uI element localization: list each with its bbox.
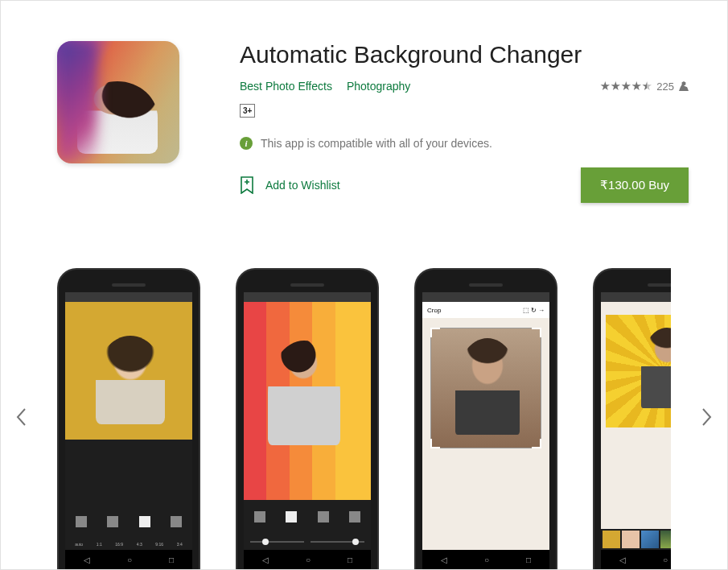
share-icon [171, 516, 182, 527]
crop-frame [430, 328, 541, 448]
screenshots-carousel: auto1:116:94:39:163:4 ◁○□ [1, 268, 727, 569]
screenshot-1[interactable]: auto1:116:94:39:163:4 ◁○□ [57, 268, 200, 569]
wishlist-label: Add to Wishlist [265, 179, 340, 192]
app-header: Automatic Background Changer Best Photo … [1, 1, 727, 203]
info-icon [240, 137, 253, 150]
app-details: Automatic Background Changer Best Photo … [240, 41, 689, 203]
action-row: Add to Wishlist ₹130.00 Buy [240, 167, 689, 203]
crop-icon [318, 511, 329, 522]
bookmark-add-icon [240, 176, 254, 194]
thumb-item [622, 531, 640, 548]
gallery-icon [76, 516, 87, 527]
editor-toolbar [244, 500, 371, 534]
crop-icon [139, 516, 150, 527]
thumb-item [641, 531, 659, 548]
compatibility-text: This app is compatible with all of your … [261, 137, 492, 150]
background-thumbs [601, 529, 671, 550]
share-icon [349, 511, 360, 522]
category-link[interactable]: Photography [347, 80, 410, 93]
screenshot-2[interactable]: ◁○□ [236, 268, 379, 569]
developer-link[interactable]: Best Photo Effects [240, 80, 332, 93]
carousel-next-button[interactable] [693, 399, 721, 438]
rating-count: 225 [656, 81, 674, 93]
ratio-row: auto1:116:94:39:163:4 [65, 539, 192, 550]
person-icon [679, 81, 689, 91]
thumb-item [660, 531, 671, 548]
slider-row [244, 534, 371, 550]
sunburst-preview [606, 315, 671, 428]
person-icon [286, 511, 297, 522]
rating-block[interactable]: 225 [600, 81, 689, 93]
thumb-item [603, 531, 620, 548]
app-icon[interactable] [57, 41, 179, 163]
meta-row: Best Photo Effects Photography 225 [240, 80, 689, 93]
app-title: Automatic Background Changer [240, 41, 689, 68]
compatibility-row: This app is compatible with all of your … [240, 137, 689, 150]
carousel-prev-button[interactable] [7, 399, 35, 438]
wishlist-button[interactable]: Add to Wishlist [240, 176, 340, 194]
meta-links: Best Photo Effects Photography [240, 80, 410, 93]
crop-actions: ⬚ ↻ → [523, 307, 545, 314]
screenshots-row: auto1:116:94:39:163:4 ◁○□ [57, 268, 671, 569]
screenshot-4[interactable]: ◁○□ [593, 268, 671, 569]
gallery-icon [254, 511, 265, 522]
buy-button[interactable]: ₹130.00 Buy [581, 167, 689, 203]
crop-label: Crop [427, 307, 441, 314]
person-icon [107, 516, 118, 527]
screenshot-3[interactable]: Crop ⬚ ↻ → ◁○□ [414, 268, 557, 569]
stars-icon [600, 81, 652, 91]
editor-toolbar [65, 505, 192, 539]
crop-header: Crop ⬚ ↻ → [422, 302, 549, 318]
age-rating-badge: 3+ [240, 104, 255, 118]
